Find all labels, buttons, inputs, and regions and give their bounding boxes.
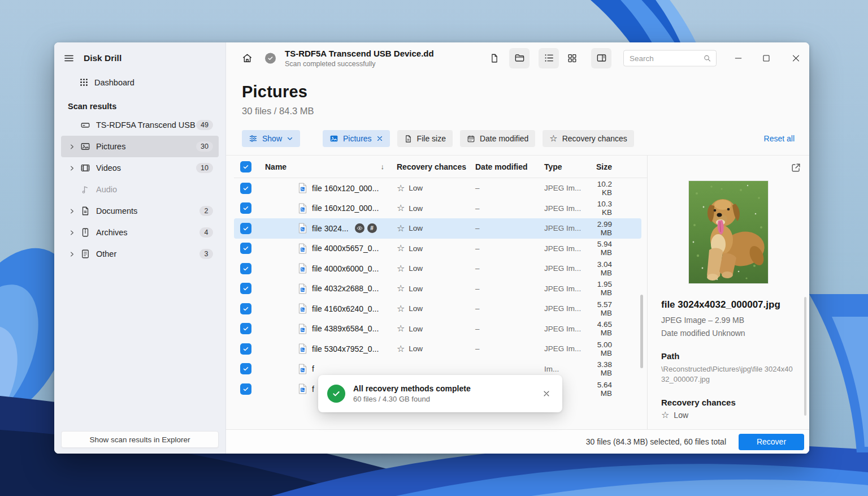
- sidebar-item-badge: 30: [196, 141, 213, 152]
- search-input[interactable]: [630, 54, 703, 62]
- chevron-right-icon[interactable]: [69, 230, 78, 236]
- date-modified-value: –: [471, 184, 544, 192]
- sidebar-item[interactable]: Other 3: [61, 243, 219, 265]
- row-checkbox[interactable]: [240, 283, 251, 294]
- column-type[interactable]: Type: [544, 162, 587, 171]
- sidebar-item[interactable]: Documents 2: [61, 200, 219, 222]
- scan-complete-icon: [265, 53, 276, 63]
- sidebar-item[interactable]: Videos 10: [61, 157, 219, 179]
- row-checkbox[interactable]: [240, 243, 251, 254]
- image-file-icon: [298, 324, 307, 334]
- row-checkbox[interactable]: [240, 202, 251, 214]
- sidebar-item-label: TS-RDF5A Transcend USB D...: [96, 120, 196, 130]
- recovery-chance-value: Low: [409, 304, 423, 313]
- file-size-value: 3.38 MB: [587, 360, 632, 377]
- sidebar-item[interactable]: Audio: [61, 179, 219, 200]
- chevron-right-icon[interactable]: [69, 165, 78, 171]
- star-icon: ☆: [397, 244, 405, 253]
- hamburger-menu-icon[interactable]: [63, 53, 75, 64]
- row-checkbox[interactable]: [240, 263, 251, 274]
- pictures-filter-chip[interactable]: Pictures: [323, 130, 390, 147]
- selection-summary: 30 files (84.3 MB) selected, 60 files to…: [586, 437, 726, 446]
- image-file-icon: [298, 243, 307, 254]
- success-check-icon: [327, 385, 345, 403]
- table-row[interactable]: file 4032x2688_0... ☆ Low – JPEG Im... 1…: [234, 279, 641, 299]
- chevron-right-icon[interactable]: [69, 208, 78, 214]
- folder-view-button[interactable]: [509, 48, 530, 68]
- sidebar-item[interactable]: Archives 4: [61, 222, 219, 243]
- remove-filter-icon[interactable]: [376, 135, 383, 142]
- row-checkbox[interactable]: [240, 323, 251, 334]
- filter-bar: Show Pictures: [226, 117, 809, 155]
- desktop: Disk Drill Dashboard Scan results TS-RDF…: [0, 0, 868, 496]
- file-size-value: 5.57 MB: [587, 300, 632, 317]
- column-name[interactable]: Name ↓: [259, 162, 392, 171]
- panel-toggle-button[interactable]: [591, 48, 611, 68]
- sliders-icon: [249, 134, 258, 143]
- table-row[interactable]: file 160x120_000... ☆ Low – JPEG Im... 1…: [234, 199, 641, 219]
- list-view-button[interactable]: [539, 48, 559, 68]
- sidebar-item-icon: [80, 227, 90, 238]
- search-icon: [703, 54, 711, 62]
- recovery-chance-value: Low: [409, 204, 423, 213]
- row-checkbox[interactable]: [240, 183, 251, 194]
- sidebar-item-dashboard[interactable]: Dashboard: [71, 72, 219, 93]
- row-checkbox[interactable]: [240, 343, 251, 355]
- detail-recovery-label: Recovery chances: [661, 398, 796, 407]
- file-type-value: JPEG Im...: [544, 264, 587, 273]
- file-type-value: Im...: [544, 365, 587, 373]
- column-recovery-chances[interactable]: Recovery chances: [392, 162, 471, 171]
- table-row[interactable]: file 4389x6584_0... ☆ Low – JPEG Im... 4…: [234, 319, 641, 339]
- chevron-right-icon[interactable]: [69, 251, 78, 257]
- column-date-modified[interactable]: Date modified: [471, 162, 544, 171]
- sidebar-item-icon: [80, 120, 90, 130]
- grid-view-button[interactable]: [567, 53, 578, 63]
- chevron-right-icon[interactable]: [69, 144, 78, 150]
- image-file-icon: [298, 303, 307, 314]
- open-preview-icon[interactable]: [791, 162, 801, 173]
- scan-results-section-label: Scan results: [54, 93, 225, 114]
- file-size-value: 5.64 MB: [587, 381, 632, 398]
- file-size-filter-button[interactable]: File size: [397, 130, 453, 147]
- file-view-button[interactable]: [489, 53, 500, 63]
- table-row[interactable]: file 4160x6240_0... ☆ Low – JPEG Im... 5…: [234, 299, 641, 319]
- detail-panel: file 3024x4032_000007.jpg JPEG Image – 2…: [647, 156, 809, 429]
- search-field[interactable]: [623, 50, 717, 66]
- file-name: file 5304x7952_0...: [312, 344, 379, 353]
- row-checkbox[interactable]: [240, 363, 251, 374]
- minimize-button[interactable]: [734, 53, 743, 63]
- sidebar-item[interactable]: Pictures 30: [61, 136, 219, 157]
- recover-button[interactable]: Recover: [739, 434, 804, 450]
- detail-scrollbar[interactable]: [804, 297, 806, 416]
- recovery-chances-filter-button[interactable]: ☆ Recovery chances: [542, 130, 634, 147]
- close-button[interactable]: [791, 53, 801, 63]
- maximize-button[interactable]: [762, 54, 771, 63]
- show-in-explorer-button[interactable]: Show scan results in Explorer: [61, 431, 219, 448]
- show-filter-button[interactable]: Show: [242, 130, 300, 147]
- row-checkbox[interactable]: [240, 223, 251, 234]
- table-scrollbar[interactable]: [640, 295, 643, 368]
- table-row[interactable]: file 4000x6000_0... ☆ Low – JPEG Im... 3…: [234, 258, 641, 279]
- date-modified-filter-button[interactable]: Date modified: [460, 130, 535, 147]
- detail-recovery-value-row: ☆ Low: [661, 411, 796, 420]
- sidebar-item-icon: [80, 184, 90, 195]
- table-header: Name ↓ Recovery chances Date modified Ty…: [234, 156, 647, 178]
- toast-close-icon[interactable]: [540, 387, 553, 400]
- page-subtitle: 30 files / 84.3 MB: [242, 106, 793, 117]
- sidebar-item[interactable]: TS-RDF5A Transcend USB D... 49: [61, 114, 219, 136]
- table-row[interactable]: file 5304x7952_0... ☆ Low – JPEG Im... 5…: [234, 339, 641, 359]
- table-row[interactable]: file 3024... # ☆ Low – JPEG Im... 2.99 M…: [234, 218, 641, 239]
- pictures-filter-label: Pictures: [343, 134, 372, 143]
- table-row[interactable]: file 160x120_000... ☆ Low – JPEG Im... 1…: [234, 178, 641, 199]
- home-button[interactable]: [242, 53, 253, 63]
- select-all-checkbox[interactable]: [240, 161, 251, 172]
- reset-all-link[interactable]: Reset all: [764, 134, 796, 143]
- row-checkbox[interactable]: [240, 303, 251, 314]
- row-checkbox[interactable]: [240, 383, 251, 395]
- table-row[interactable]: file 4000x5657_0... ☆ Low – JPEG Im... 5…: [234, 239, 641, 259]
- column-size[interactable]: Size: [587, 162, 632, 171]
- recovery-chance-value: Low: [409, 184, 423, 192]
- file-name: f: [312, 364, 314, 373]
- file-name: file 4032x2688_0...: [312, 284, 379, 293]
- file-name: f: [312, 385, 314, 394]
